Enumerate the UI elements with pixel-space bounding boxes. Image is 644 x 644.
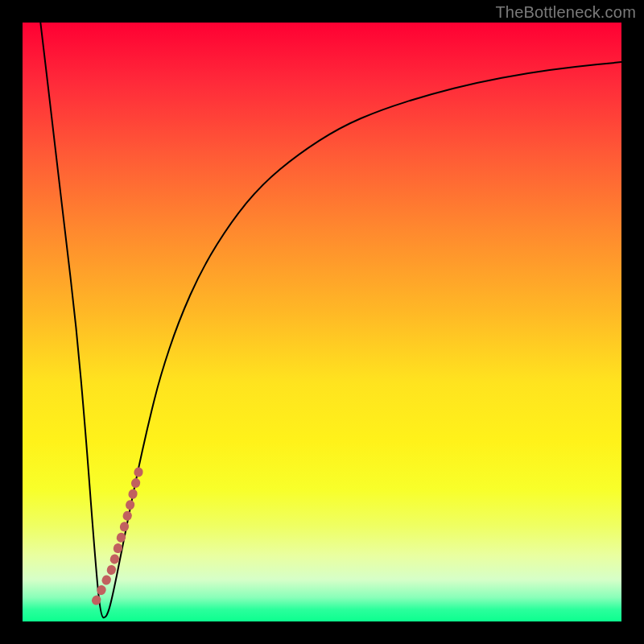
watermark-text: TheBottleneck.com [495,3,636,22]
outer-frame: TheBottleneck.com [0,0,644,644]
plot-area [23,23,621,621]
highlight-dash [97,469,140,601]
chart-svg [23,23,621,621]
